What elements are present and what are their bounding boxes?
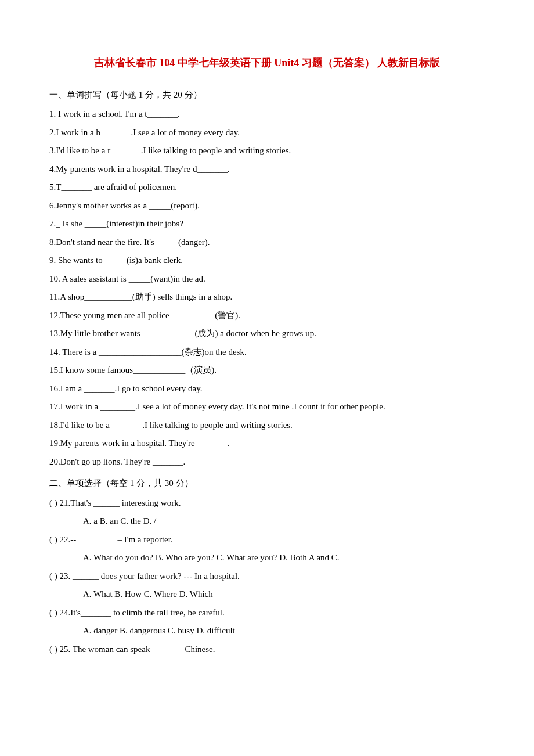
question-24: ( ) 24.It's_______ to climb the tall tre… [49, 604, 485, 622]
question-14: 14. There is a ___________________(杂志)on… [49, 343, 485, 362]
document-title: 吉林省长春市 104 中学七年级英语下册 Unit4 习题（无答案） 人教新目标… [49, 52, 485, 74]
question-17: 17.I work in a ________.I see a lot of m… [49, 398, 485, 416]
question-23: ( ) 23. ______ does your father work? --… [49, 567, 485, 586]
section2-header: 二、单项选择（每空 1 分，共 30 分） [49, 474, 485, 493]
question-24-options: A. danger B. dangerous C. busy D. diffic… [49, 622, 485, 640]
question-6: 6.Jenny's mother works as a _____(report… [49, 197, 485, 215]
question-25: ( ) 25. The woman can speak _______ Chin… [49, 640, 485, 659]
question-4: 4.My parents work in a hospital. They're… [49, 160, 485, 179]
section1-header: 一、单词拼写（每小题 1 分，共 20 分） [49, 86, 485, 105]
question-8: 8.Don't stand near the fire. It's _____(… [49, 233, 485, 252]
question-19: 19.My parents work in a hospital. They'r… [49, 434, 485, 453]
question-11: 11.A shop___________(助手) sells things in… [49, 288, 485, 307]
question-10: 10. A sales assistant is _____(want)in t… [49, 270, 485, 289]
question-9: 9. She wants to _____(is)a bank clerk. [49, 251, 485, 270]
question-16: 16.I am a _______.I go to school every d… [49, 380, 485, 398]
question-20: 20.Don't go up lions. They're _______. [49, 453, 485, 471]
question-13: 13.My little brother wants___________ _(… [49, 325, 485, 343]
question-22: ( ) 22.--_________ – I'm a reporter. [49, 531, 485, 549]
question-22-options: A. What do you do? B. Who are you? C. Wh… [49, 549, 485, 567]
question-12: 12.These young men are all police ______… [49, 307, 485, 325]
question-5: 5.T_______ are afraid of policemen. [49, 178, 485, 197]
question-1: 1. I work in a school. I'm a t_______. [49, 105, 485, 124]
question-21-options: A. a B. an C. the D. / [49, 512, 485, 531]
question-21: ( ) 21.That's ______ interesting work. [49, 494, 485, 513]
question-23-options: A. What B. How C. Where D. Which [49, 585, 485, 604]
question-7: 7._ Is she _____(interest)in their jobs? [49, 215, 485, 233]
question-18: 18.I'd like to be a _______.I like talki… [49, 416, 485, 435]
question-3: 3.I'd like to be a r_______.I like talki… [49, 142, 485, 160]
question-15: 15.I know some famous____________（演员). [49, 361, 485, 380]
question-2: 2.I work in a b_______.I see a lot of mo… [49, 124, 485, 142]
